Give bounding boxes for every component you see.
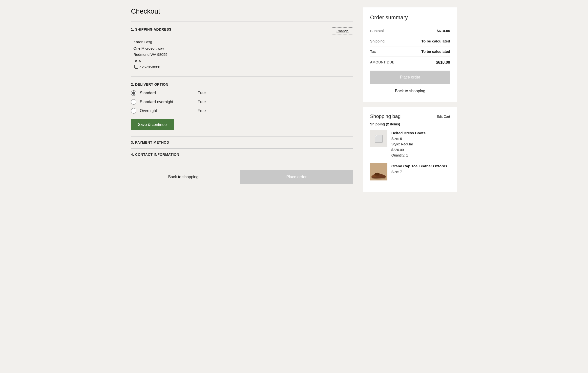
delivery-radio-standard[interactable] — [131, 90, 136, 96]
delivery-option-standard-overnight: Standard overnight Free — [131, 99, 353, 105]
delivery-option-title: 2. DELIVERY OPTION — [131, 82, 168, 86]
tax-row: Tax To be calculated — [370, 46, 450, 57]
subtotal-row: Subtotal $610.00 — [370, 26, 450, 36]
cart-item-boots-price: $220.00 — [391, 147, 425, 153]
shipping-address-section: 1. SHIPPING ADDRESS Change Karen Berg On… — [131, 21, 353, 76]
delivery-option-overnight: Overnight Free — [131, 108, 353, 114]
shipping-row: Shipping To be calculated — [370, 36, 450, 46]
shopping-bag-card: Shopping bag Edit Cart Shipping (2 items… — [363, 107, 457, 192]
subtotal-label: Subtotal — [370, 29, 384, 33]
shipping-items-label: Shipping (2 items) — [370, 122, 450, 126]
back-to-shopping-sidebar-button[interactable]: Back to shopping — [370, 87, 450, 95]
delivery-option-standard: Standard Free — [131, 90, 353, 96]
cart-item-oxfords-size: Size: 7 — [391, 169, 447, 175]
address-block: Karen Berg One Microsoft way Redmond WA … — [131, 39, 353, 70]
order-summary-title: Order summary — [370, 14, 450, 21]
address-city: Redmond WA 98055 — [133, 51, 353, 58]
cart-item-oxfords-image — [370, 163, 387, 180]
bottom-actions: Back to shopping Place order — [131, 168, 353, 184]
payment-method-section: 3. PAYMENT METHOD — [131, 136, 353, 148]
amount-due-label: AMOUNT DUE — [370, 60, 395, 65]
address-street: One Microsoft way — [133, 45, 353, 52]
delivery-radio-overnight[interactable] — [131, 108, 136, 114]
cart-item-boots-size: Size: 6 — [391, 136, 425, 141]
cart-item-oxfords-name: Grand Cap Toe Leather Oxfords — [391, 163, 447, 169]
delivery-option-section: 2. DELIVERY OPTION Standard Free Standar… — [131, 76, 353, 136]
shipping-value: To be calculated — [421, 39, 450, 43]
shipping-label: Shipping — [370, 39, 384, 43]
cart-item-boots-image: ⬜ — [370, 130, 387, 147]
address-name: Karen Berg — [133, 39, 353, 45]
address-country: USA — [133, 58, 353, 64]
edit-cart-button[interactable]: Edit Cart — [437, 115, 450, 118]
place-order-sidebar-button[interactable]: Place order — [370, 71, 450, 84]
image-placeholder-icon: ⬜ — [375, 135, 383, 143]
delivery-price-overnight: Free — [198, 109, 206, 113]
shipping-address-title: 1. SHIPPING ADDRESS — [131, 27, 171, 31]
cart-item-boots-name: Belted Dress Boots — [391, 130, 425, 136]
subtotal-value: $610.00 — [437, 29, 450, 33]
tax-label: Tax — [370, 49, 376, 54]
contact-info-section: 4. CONTACT INFORMATION — [131, 148, 353, 160]
shopping-bag-header: Shopping bag Edit Cart — [370, 114, 450, 119]
cart-item-oxfords: Grand Cap Toe Leather Oxfords Size: 7 — [370, 163, 450, 180]
place-order-button[interactable]: Place order — [240, 170, 353, 184]
delivery-price-standard-overnight: Free — [198, 100, 206, 104]
address-phone: 📞 4257058000 — [133, 64, 353, 70]
cart-item-boots-details: Belted Dress Boots Size: 6 Style: Regula… — [391, 130, 425, 158]
delivery-radio-standard-overnight[interactable] — [131, 99, 136, 105]
back-to-shopping-button[interactable]: Back to shopping — [131, 170, 236, 184]
amount-due-value: $610.00 — [436, 60, 450, 65]
cart-item-boots: ⬜ Belted Dress Boots Size: 6 Style: Regu… — [370, 130, 450, 158]
cart-item-boots-style: Style: Regular — [391, 141, 425, 147]
sidebar: Order summary Subtotal $610.00 Shipping … — [363, 7, 457, 192]
change-address-button[interactable]: Change — [332, 27, 353, 35]
oxford-shoe-svg — [370, 168, 387, 180]
phone-icon: 📞 — [133, 64, 138, 70]
order-summary-card: Order summary Subtotal $610.00 Shipping … — [363, 7, 457, 102]
shopping-bag-title: Shopping bag — [370, 114, 400, 119]
amount-due-row: AMOUNT DUE $610.00 — [370, 57, 450, 66]
delivery-price-standard: Free — [198, 91, 206, 95]
delivery-label-standard-overnight[interactable]: Standard overnight — [140, 100, 194, 104]
delivery-options-list: Standard Free Standard overnight Free Ov… — [131, 90, 353, 114]
delivery-option-header: 2. DELIVERY OPTION — [131, 82, 353, 86]
cart-item-boots-quantity: Quantity: 1 — [391, 153, 425, 158]
delivery-label-standard[interactable]: Standard — [140, 91, 194, 95]
save-continue-button[interactable]: Save & continue — [131, 119, 174, 130]
shipping-address-header: 1. SHIPPING ADDRESS Change — [131, 27, 353, 35]
delivery-label-overnight[interactable]: Overnight — [140, 109, 194, 113]
page-title: Checkout — [131, 7, 353, 15]
cart-item-oxfords-details: Grand Cap Toe Leather Oxfords Size: 7 — [391, 163, 447, 180]
tax-value: To be calculated — [421, 49, 450, 54]
